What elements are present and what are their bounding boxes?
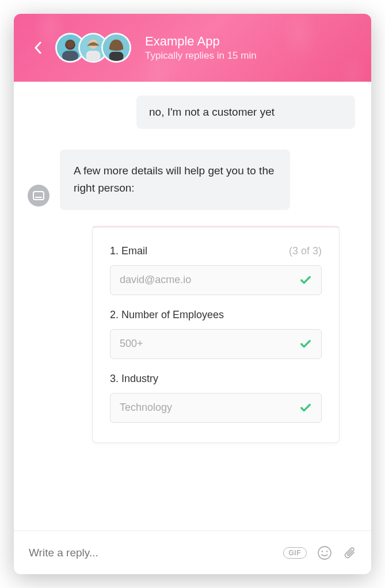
chevron-left-icon: [34, 41, 42, 54]
field-label: 3. Industry: [110, 373, 158, 385]
gif-button[interactable]: GIF: [283, 547, 307, 559]
form-field-employees: 2. Number of Employees 500+: [110, 309, 322, 359]
svg-rect-10: [33, 192, 44, 200]
check-icon: [299, 274, 312, 287]
bot-message: A few more details will help get you to …: [60, 150, 290, 210]
chat-header: Example App Typically replies in 15 min: [14, 14, 371, 82]
qualification-form: 1. Email (3 of 3) david@acme.io 2. Numbe…: [92, 226, 340, 443]
svg-point-3: [66, 40, 74, 48]
user-message: no, I'm not a customer yet: [136, 96, 355, 129]
emoji-icon: [317, 545, 332, 560]
response-time: Typically replies in 15 min: [145, 50, 257, 62]
bot-message-row: A few more details will help get you to …: [28, 150, 355, 210]
avatar: [101, 33, 131, 63]
conversation-area[interactable]: no, I'm not a customer yet A few more de…: [14, 82, 371, 530]
bot-avatar: [28, 185, 49, 207]
field-label: 1. Email: [110, 245, 147, 257]
industry-input[interactable]: Technology: [110, 393, 322, 423]
chat-messenger: Example App Typically replies in 15 min …: [14, 14, 371, 574]
header-text: Example App Typically replies in 15 min: [145, 34, 257, 62]
svg-rect-6: [86, 51, 101, 61]
emoji-button[interactable]: [317, 545, 332, 560]
bot-icon: [33, 191, 44, 200]
svg-point-13: [322, 551, 323, 552]
message-composer: GIF: [14, 530, 371, 574]
field-value: Technology: [120, 402, 172, 414]
svg-rect-2: [62, 51, 78, 61]
gif-icon: GIF: [283, 547, 307, 559]
field-value: david@acme.io: [120, 274, 191, 286]
svg-point-14: [326, 551, 328, 552]
reply-input[interactable]: [29, 547, 283, 559]
attachment-button[interactable]: [342, 545, 356, 560]
composer-actions: GIF: [283, 545, 357, 560]
email-input[interactable]: david@acme.io: [110, 265, 322, 295]
form-field-industry: 3. Industry Technology: [110, 373, 322, 423]
employees-input[interactable]: 500+: [110, 329, 322, 359]
paperclip-icon: [342, 545, 356, 560]
form-field-email: 1. Email (3 of 3) david@acme.io: [110, 245, 322, 295]
progress-counter: (3 of 3): [289, 245, 322, 257]
svg-rect-9: [109, 52, 124, 61]
svg-point-12: [318, 547, 331, 559]
field-label: 2. Number of Employees: [110, 309, 224, 321]
check-icon: [299, 402, 312, 414]
field-value: 500+: [120, 338, 143, 350]
back-button[interactable]: [28, 37, 48, 58]
check-icon: [299, 338, 312, 350]
operator-avatars: [55, 33, 131, 63]
app-title: Example App: [145, 34, 257, 49]
